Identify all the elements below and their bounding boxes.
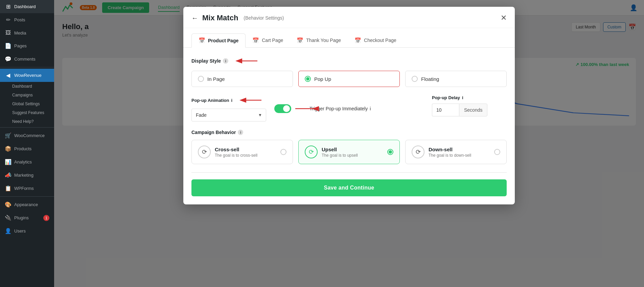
in-page-radio: [198, 76, 204, 82]
sidebar-item-marketing[interactable]: 📣 Marketing: [0, 169, 54, 182]
media-icon: 🖼: [5, 30, 12, 36]
display-style-info-icon[interactable]: i: [223, 58, 228, 64]
tab-cart-icon: 📅: [252, 37, 259, 44]
down-sell-text: Down-sell The goal is to down-sell: [429, 147, 471, 158]
popup-radio: [305, 76, 311, 82]
behavior-upsell[interactable]: ⟳ Upsell The goal is to upsell: [298, 140, 400, 164]
sidebar-item-analytics[interactable]: 📊 Analytics: [0, 155, 54, 169]
tab-checkout-page[interactable]: 📅 Checkout Page: [348, 34, 403, 48]
cross-sell-text: Cross-sell The goal is to cross-sell: [215, 147, 257, 158]
tab-cart-page[interactable]: 📅 Cart Page: [246, 34, 290, 48]
trigger-col: space: [274, 95, 424, 114]
modal-close-button[interactable]: ✕: [501, 14, 507, 22]
delay-info-icon[interactable]: i: [462, 95, 463, 100]
delay-unit: Seconds: [459, 104, 487, 116]
sidebar-item-comments[interactable]: 💬 Comments: [0, 52, 54, 66]
sidebar-divider-2: [0, 127, 54, 128]
plugins-icon: 🔌: [5, 215, 12, 221]
behavior-down-sell[interactable]: ⟳ Down-sell The goal is to down-sell: [405, 140, 507, 164]
upsell-radio: [387, 149, 393, 155]
sidebar-item-dashboard[interactable]: ⊞ Dashboard: [0, 0, 54, 13]
sidebar-item-users[interactable]: 👤 Users: [0, 224, 54, 238]
sidebar-item-media[interactable]: 🖼 Media: [0, 26, 54, 39]
sidebar: ⊞ Dashboard ✏ Posts 🖼 Media 📄 Pages 💬 Co…: [0, 0, 54, 287]
sidebar-item-woocommerce[interactable]: 🛒 WooCommerce: [0, 129, 54, 142]
floating-radio: [412, 76, 418, 82]
main-content: Beta 1.0 Create Campaign Dashboard Campa…: [54, 0, 644, 287]
arrow-trigger: [295, 104, 319, 114]
popup-animation-col: Pop-up Animation i: [191, 95, 266, 122]
modal-back-button[interactable]: ←: [191, 14, 198, 22]
down-sell-radio: [494, 149, 500, 155]
sidebar-item-products[interactable]: 📦 Products: [0, 142, 54, 155]
tab-thank-you-page[interactable]: 📅 Thank You Page: [290, 34, 348, 48]
posts-icon: ✏: [5, 17, 12, 23]
sidebar-sub-dashboard[interactable]: Dashboard: [0, 82, 54, 91]
behavior-cross-sell[interactable]: ⟳ Cross-sell The goal is to cross-sell: [191, 140, 293, 164]
behavior-info-icon[interactable]: i: [238, 130, 243, 135]
display-option-popup[interactable]: Pop Up: [298, 71, 400, 87]
modal-body: Display Style i: [183, 48, 515, 204]
sidebar-item-posts[interactable]: ✏ Posts: [0, 13, 54, 26]
sidebar-item-plugins[interactable]: 🔌 Plugins 1: [0, 211, 54, 224]
sidebar-sub-help[interactable]: Need Help?: [0, 117, 54, 126]
trigger-info-icon[interactable]: i: [370, 106, 371, 111]
appearance-icon: 🎨: [5, 201, 12, 208]
sidebar-item-appearance[interactable]: 🎨 Appearance: [0, 198, 54, 211]
delay-row: Seconds: [432, 104, 507, 116]
animation-row: Pop-up Animation i: [191, 95, 507, 122]
modal-overlay[interactable]: ← Mix Match (Behavior Settings) ✕ 📅 Prod…: [54, 0, 644, 287]
sidebar-divider-3: [0, 196, 54, 197]
animation-info-icon[interactable]: i: [231, 98, 232, 103]
upsell-text: Upsell The goal is to upsell: [322, 147, 358, 158]
marketing-icon: 📣: [5, 172, 12, 178]
display-options: In Page Pop Up Floating: [191, 71, 507, 87]
down-sell-icon: ⟳: [412, 146, 424, 158]
trigger-row: Trigger Pop-up Immediately i: [274, 104, 424, 114]
comments-icon: 💬: [5, 56, 12, 62]
wowrevenue-icon: ◀: [5, 72, 12, 79]
modal-tabs: 📅 Product Page 📅 Cart Page 📅 Thank You P…: [183, 28, 515, 48]
display-option-floating[interactable]: Floating: [405, 71, 507, 87]
tab-product-icon: 📅: [199, 37, 205, 44]
campaign-behavior-label: Campaign Behavior i: [191, 130, 507, 135]
sidebar-item-wowrevenue[interactable]: ◀ WowRevenue: [0, 69, 54, 82]
animation-select-wrapper: Fade Slide Zoom ▼: [191, 109, 266, 122]
tab-product-page[interactable]: 📅 Product Page: [191, 34, 246, 48]
cross-sell-radio: [280, 149, 286, 155]
sidebar-sub-suggest[interactable]: Suggest Features: [0, 108, 54, 117]
sidebar-sub-campaigns[interactable]: Campaigns: [0, 91, 54, 100]
modal-title: Mix Match: [202, 14, 238, 22]
modal: ← Mix Match (Behavior Settings) ✕ 📅 Prod…: [183, 7, 515, 204]
upsell-icon: ⟳: [305, 146, 318, 158]
delay-input[interactable]: [432, 104, 459, 116]
sidebar-item-wpforms[interactable]: 📋 WPForms: [0, 182, 54, 195]
sidebar-divider-1: [0, 67, 54, 67]
delay-col: Pop-up Delay i Seconds: [432, 95, 507, 116]
tab-checkout-icon: 📅: [354, 37, 361, 44]
sidebar-sub-global[interactable]: Global Settings: [0, 100, 54, 108]
arrow-animation: [238, 95, 265, 105]
wpforms-icon: 📋: [5, 185, 12, 192]
tab-thankyou-icon: 📅: [297, 37, 303, 44]
woocommerce-icon: 🛒: [5, 132, 12, 139]
modal-subtitle: (Behavior Settings): [244, 15, 284, 21]
arrow-display-style: [234, 56, 261, 66]
save-continue-button[interactable]: Save and Continue: [191, 179, 507, 196]
toggle-knob: [283, 105, 290, 112]
pages-icon: 📄: [5, 43, 12, 49]
dashboard-icon: ⊞: [5, 3, 12, 10]
analytics-icon: 📊: [5, 159, 12, 165]
modal-header: ← Mix Match (Behavior Settings) ✕: [183, 7, 515, 28]
modal-divider: [191, 172, 507, 173]
users-icon: 👤: [5, 228, 12, 234]
animation-select[interactable]: Fade Slide Zoom: [191, 109, 266, 122]
sidebar-item-pages[interactable]: 📄 Pages: [0, 39, 54, 52]
display-option-in-page[interactable]: In Page: [191, 71, 293, 87]
popup-animation-label: Pop-up Animation i: [191, 95, 266, 105]
products-icon: 📦: [5, 146, 12, 152]
plugins-badge: 1: [43, 215, 49, 221]
behavior-options: ⟳ Cross-sell The goal is to cross-sell ⟳…: [191, 140, 507, 164]
delay-label: Pop-up Delay i: [432, 95, 507, 100]
trigger-toggle[interactable]: [274, 104, 291, 113]
